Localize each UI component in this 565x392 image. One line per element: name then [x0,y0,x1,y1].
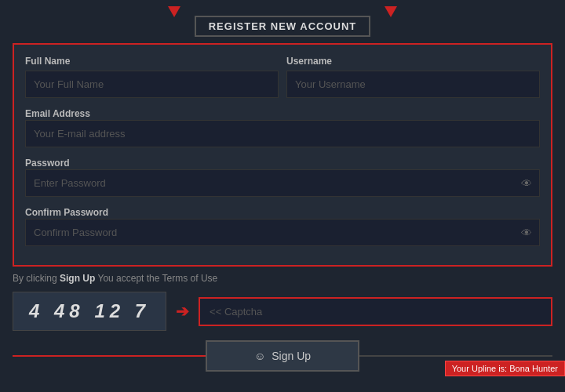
full-name-label: Full Name [25,56,279,67]
terms-text: By clicking Sign Up You accept the Terms… [13,273,552,284]
password-field-group: Password 👁︎ [25,155,540,197]
signup-button-label: Sign Up [272,350,311,362]
registration-form: Full Name Username Email Address Passwor… [13,43,552,267]
upline-badge: Your Upline is: Bona Hunter [445,361,565,376]
captcha-row: 4 48 12 7 ➔ [13,292,552,331]
captcha-input[interactable] [200,299,551,325]
full-name-field-group: Full Name [25,56,279,98]
left-arrow-indicator [168,6,180,17]
confirm-password-toggle-icon[interactable]: 👁︎ [521,227,532,239]
username-label: Username [286,56,540,67]
left-divider-line [13,355,206,357]
confirm-password-wrapper: 👁︎ [25,219,540,246]
captcha-input-wrapper [199,297,552,326]
page-title: REGISTER NEW ACCOUNT [195,16,371,37]
password-input[interactable] [25,169,540,197]
email-input[interactable] [25,120,540,147]
password-label: Password [25,158,70,169]
full-name-input[interactable] [25,71,279,98]
password-toggle-icon[interactable]: 👁︎ [521,177,532,190]
confirm-password-label: Confirm Password [25,207,108,218]
username-field-group: Username [286,56,540,98]
username-input[interactable] [286,71,540,98]
signup-button[interactable]: ☺ Sign Up [206,340,359,372]
email-label: Email Address [25,108,90,119]
confirm-password-field-group: Confirm Password 👁︎ [25,205,540,246]
right-divider-line [359,355,552,357]
email-field-group: Email Address [25,106,540,147]
confirm-password-input[interactable] [25,219,540,246]
user-icon: ☺ [254,350,265,362]
password-wrapper: 👁︎ [25,169,540,197]
right-arrow-indicator [385,6,397,17]
captcha-arrow-icon: ➔ [176,302,189,321]
captcha-display: 4 48 12 7 [13,292,166,331]
